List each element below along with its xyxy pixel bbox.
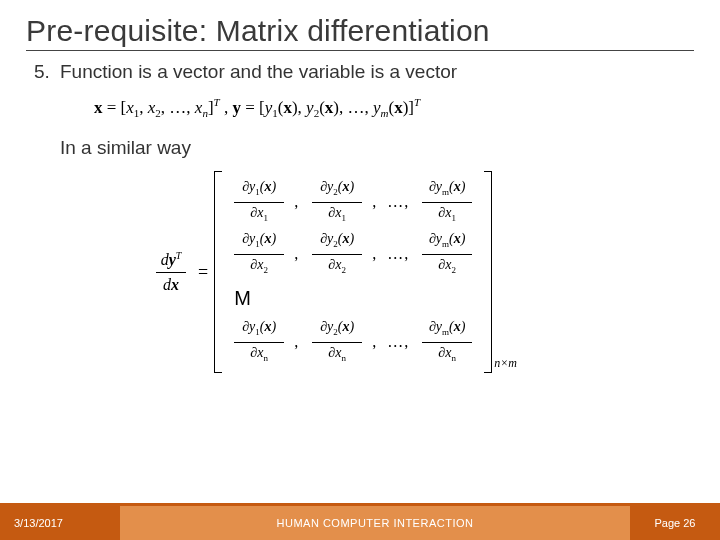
footer-center: HUMAN COMPUTER INTERACTION	[120, 506, 630, 540]
footer-page: Page 26	[630, 506, 720, 540]
text-similar: In a similar way	[60, 137, 694, 159]
footer-date: 3/13/2017	[0, 506, 120, 540]
equation-vectors: x = [x1, x2, …, xn]T , y = [y1(x), y2(x)…	[94, 93, 694, 123]
matrix-row: ∂y1(x)∂x2, ∂y2(x)∂x2, …, ∂ym(x)∂x2	[228, 231, 478, 277]
matrix-bracket: ∂y1(x)∂x1, ∂y2(x)∂x1, …, ∂ym(x)∂x1 ∂y1(x…	[214, 171, 492, 373]
equals-sign: =	[198, 262, 208, 283]
footer: 3/13/2017 HUMAN COMPUTER INTERACTION Pag…	[0, 506, 720, 540]
matrix-row: ∂y1(x)∂x1, ∂y2(x)∂x1, …, ∂ym(x)∂x1	[228, 179, 478, 225]
lhs-fraction: dyT dx	[156, 250, 186, 294]
slide-title: Pre-requisite: Matrix differentiation	[26, 14, 694, 51]
equation-jacobian: dyT dx = ∂y1(x)∂x1, ∂y2(x)∂x1, …, ∂ym(x)…	[156, 171, 694, 373]
list-item: 5. Function is a vector and the variable…	[34, 61, 694, 83]
matrix-ellipsis-row: M	[228, 283, 478, 313]
matrix-row: ∂y1(x)∂xn, ∂y2(x)∂xn, …, ∂ym(x)∂xn	[228, 319, 478, 365]
matrix-dimension: n×m	[494, 356, 517, 371]
list-number: 5.	[34, 61, 60, 83]
list-text: Function is a vector and the variable is…	[60, 61, 457, 83]
